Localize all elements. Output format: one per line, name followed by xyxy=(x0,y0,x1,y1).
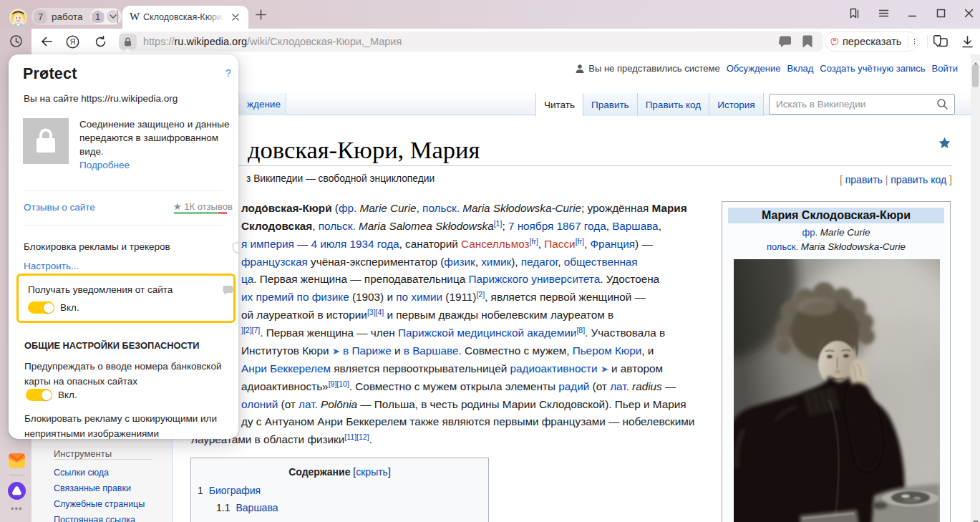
toc-item-1-1[interactable]: 1.1Варшава xyxy=(216,502,278,513)
minimize-icon[interactable] xyxy=(906,7,918,19)
toc-hide-link[interactable]: скрыть xyxy=(356,466,388,478)
article-link[interactable]: в Париже xyxy=(343,344,392,357)
collections-icon[interactable] xyxy=(932,34,949,52)
article-link[interactable]: радий xyxy=(558,380,589,392)
protect-help-link[interactable]: ? xyxy=(225,67,231,79)
protect-lock-button[interactable] xyxy=(119,34,137,49)
reference-link[interactable]: [3][4] xyxy=(367,308,384,316)
site-reviews-link[interactable]: Отзывы о сайте xyxy=(24,202,95,213)
sidebar-link-permanent[interactable]: Постоянная ссылка xyxy=(54,515,135,522)
tab-edit[interactable]: Править xyxy=(583,93,637,116)
article-link[interactable]: польск. xyxy=(422,202,460,214)
new-tab-button[interactable] xyxy=(254,8,268,21)
article-link[interactable]: Варшава xyxy=(612,220,658,232)
article-link[interactable]: по химии xyxy=(396,291,442,303)
fr-lang-link[interactable]: фр. xyxy=(802,227,818,238)
article-link[interactable]: физик xyxy=(444,256,475,268)
sidebar-link-special[interactable]: Служебные страницы xyxy=(54,499,145,509)
reload-icon[interactable] xyxy=(94,35,107,52)
reference-link[interactable]: [fr] xyxy=(530,237,538,246)
details-link[interactable]: Подробнее xyxy=(79,160,130,170)
article-link[interactable]: общественная xyxy=(564,256,638,268)
tab-edit-code[interactable]: Править код xyxy=(637,93,709,116)
notifications-toggle[interactable] xyxy=(28,301,54,314)
article-link[interactable]: ца xyxy=(241,273,253,285)
article-link[interactable]: 1934 года xyxy=(349,238,399,250)
downloads-icon[interactable] xyxy=(961,35,974,52)
toc-link-biography[interactable]: Биография xyxy=(209,485,261,496)
scrollbar-down-arrow[interactable] xyxy=(973,515,979,522)
profile-avatar[interactable] xyxy=(9,9,27,26)
alice-assistant-icon[interactable] xyxy=(8,482,26,503)
article-link[interactable]: радиоактивности xyxy=(510,362,597,374)
reference-link[interactable]: ][2][7] xyxy=(241,326,260,334)
reference-link[interactable]: [1] xyxy=(494,219,503,228)
reference-link[interactable]: [2] xyxy=(476,290,485,299)
tab-history[interactable]: История xyxy=(709,93,763,116)
history-icon[interactable] xyxy=(9,34,23,51)
toc-link-warsaw[interactable]: Варшава xyxy=(236,502,278,513)
yandex-services-icon[interactable]: Я xyxy=(66,35,79,52)
menu-icon[interactable] xyxy=(878,7,890,19)
url-text[interactable]: https://ru.wikipedia.org/wiki/Склодовска… xyxy=(143,36,402,47)
configure-link[interactable]: Настроить... xyxy=(24,261,79,271)
article-redlink[interactable]: Пасси xyxy=(544,238,575,250)
personal-link-talk[interactable]: Обсуждение xyxy=(727,63,781,74)
scrollbar[interactable] xyxy=(971,54,980,522)
edit-link[interactable]: править xyxy=(845,174,883,185)
article-link[interactable]: польск. xyxy=(319,220,356,232)
reference-link[interactable]: [9][10] xyxy=(329,380,349,388)
sidebar-more-icon[interactable]: ••• xyxy=(11,503,23,514)
article-link[interactable]: в Варшаве xyxy=(404,344,459,357)
more-options-icon[interactable] xyxy=(911,36,918,47)
article-link[interactable]: Анри Беккерелем xyxy=(241,362,331,374)
article-link[interactable]: педагог xyxy=(521,256,558,268)
reference-link[interactable]: [8] xyxy=(576,326,585,334)
article-redlink[interactable]: Санселльмоз xyxy=(461,238,530,250)
reference-link[interactable]: [11][12] xyxy=(344,432,369,441)
yandex-mail-icon[interactable] xyxy=(9,453,25,471)
maximize-icon[interactable] xyxy=(935,7,947,19)
article-link[interactable]: Парижской медицинской академии xyxy=(398,327,576,339)
tab-talk-label[interactable]: ждение xyxy=(247,99,281,110)
rephrase-button[interactable]: “ пересказать xyxy=(825,32,918,52)
edit-code-link[interactable]: править код xyxy=(891,174,946,185)
article-link[interactable]: 4 июля xyxy=(311,238,347,250)
personal-link-contribs[interactable]: Вклад xyxy=(787,63,813,74)
reference-link[interactable]: [fr] xyxy=(576,237,584,246)
article-link[interactable]: химик xyxy=(481,256,511,268)
side-panel-icon[interactable] xyxy=(848,7,860,19)
article-link[interactable]: олоний xyxy=(241,398,278,410)
toc-item-1[interactable]: 1Биография xyxy=(198,485,261,496)
article-link[interactable]: Парижского университета xyxy=(468,273,600,285)
page-comments-icon[interactable] xyxy=(778,35,792,52)
watchlist-star-icon[interactable] xyxy=(938,137,951,152)
search-icon[interactable] xyxy=(936,98,949,110)
personal-link-login[interactable]: Войти xyxy=(932,63,958,74)
active-tab[interactable]: W Склодовская-Кюри, Ма xyxy=(122,6,248,29)
pl-lang-link[interactable]: польск. xyxy=(767,241,798,252)
tab-group-active[interactable]: 1 xyxy=(90,9,121,24)
wiki-search-box[interactable]: Искать в Википедии xyxy=(769,94,955,115)
bookmark-icon[interactable] xyxy=(802,34,813,52)
bank-warning-toggle[interactable] xyxy=(26,389,52,401)
article-link[interactable]: 7 ноября xyxy=(508,220,553,232)
close-window-icon[interactable] xyxy=(963,7,975,19)
article-link[interactable]: я империя xyxy=(241,238,294,250)
sidebar-link-whatlinkshere[interactable]: Ссылки сюда xyxy=(54,468,109,478)
personal-link-createaccount[interactable]: Создать учётную запись xyxy=(820,63,925,74)
article-link[interactable]: Франция xyxy=(590,238,635,250)
article-link[interactable]: их премий по физике xyxy=(241,291,349,303)
article-link[interactable]: французская xyxy=(241,256,308,268)
back-icon[interactable] xyxy=(39,35,54,51)
tab-group[interactable]: 7 работа 1 xyxy=(31,8,122,25)
article-link[interactable]: 1867 года xyxy=(557,220,606,232)
scrollbar-thumb[interactable] xyxy=(972,64,979,87)
article-link[interactable]: фр. xyxy=(339,202,356,214)
article-link[interactable]: лат. xyxy=(299,398,318,410)
article-link[interactable]: лат. xyxy=(610,380,629,392)
tab-close-icon[interactable] xyxy=(230,11,241,23)
article-link[interactable]: Пьером Кюри xyxy=(573,344,642,357)
sidebar-link-related[interactable]: Связанные правки xyxy=(54,483,131,493)
tab-read[interactable]: Читать xyxy=(535,93,583,117)
